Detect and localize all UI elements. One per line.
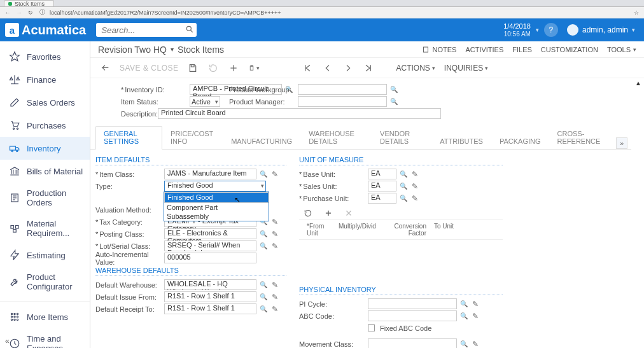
edit-icon[interactable]: ✎ [471,300,480,309]
sidebar-item-favorites[interactable]: Favorites [0,45,90,68]
edit-icon[interactable]: ✎ [270,281,279,289]
sidebar-item-mrp[interactable]: Material Requirem... [0,213,90,244]
refresh-button[interactable] [303,208,313,218]
search-input[interactable] [96,23,197,37]
search-icon[interactable]: 🔍 [459,312,468,321]
type-option[interactable]: Component Part [164,203,269,212]
help-button[interactable]: ? [544,23,558,37]
tab-attributes[interactable]: ATTRIBUTES [431,134,491,149]
product-manager-field[interactable] [298,96,387,107]
breadcrumb-screen[interactable]: Stock Items [178,45,224,55]
search-icon[interactable]: 🔍 [459,300,468,309]
edit-icon[interactable]: ✎ [270,293,279,302]
search-icon[interactable]: 🔍 [259,281,268,289]
lotserial-field[interactable]: SRSEQ - Serial# When Received, Iss [164,240,256,251]
sidebar-item-finance[interactable]: Finance [0,68,90,91]
purchunit-field[interactable]: EA [368,193,396,204]
search-icon[interactable]: 🔍 [389,85,398,94]
inquiries-menu[interactable]: INQUIRIES ▾ [444,64,488,73]
tab-crossref[interactable]: CROSS-REFERENCE [549,126,616,149]
search-icon[interactable] [185,25,194,36]
tab-price[interactable]: PRICE/COST INFO [162,126,223,149]
sidebar-item-production[interactable]: Production Orders [0,183,90,213]
customization-button[interactable]: CUSTOMIZATION [541,46,598,53]
edit-icon[interactable]: ✎ [410,182,419,191]
search-icon[interactable]: 🔍 [399,182,408,191]
tab-warehouse[interactable]: WAREHOUSE DETAILS [300,126,372,149]
tab-vendor[interactable]: VENDOR DETAILS [372,126,431,149]
abc-field[interactable] [368,310,457,321]
prev-button[interactable] [322,62,333,74]
issue-field[interactable]: R1S1 - Row 1 Shelf 1 [164,291,256,302]
receipt-field[interactable]: R1S1 - Row 1 Shelf 1 [164,303,256,314]
baseunit-field[interactable]: EA [368,169,396,179]
next-button[interactable] [342,62,354,74]
salesunit-field[interactable]: EA [368,181,396,191]
search-icon[interactable]: 🔍 [389,97,398,106]
breadcrumb-company[interactable]: Revision Two HQ [98,45,167,55]
forward-icon[interactable]: → [15,9,23,17]
movement-field[interactable] [368,338,457,348]
posting-field[interactable]: ELE - Electronics & Computers [164,228,256,239]
star-icon[interactable]: ☆ [633,9,640,17]
fixed-abc-checkbox[interactable] [368,324,375,331]
info-icon[interactable]: ⓘ [38,9,46,17]
search-icon[interactable]: 🔍 [259,170,268,179]
back-button[interactable] [99,62,111,74]
tab-manufacturing[interactable]: MANUFACTURING [223,134,300,149]
search-icon[interactable]: 🔍 [399,194,408,203]
edit-icon[interactable]: ✎ [270,305,279,314]
files-button[interactable]: FILES [512,46,532,53]
tab-packaging[interactable]: PACKAGING [491,134,549,149]
last-button[interactable] [363,62,374,74]
chevron-down-icon[interactable]: ▾ [536,27,539,33]
edit-icon[interactable]: ✎ [410,194,419,203]
tab-general[interactable]: GENERAL SETTINGS [95,126,162,150]
search-icon[interactable]: 🔍 [259,242,268,251]
sidebar-item-estimating[interactable]: Estimating [0,244,90,267]
edit-icon[interactable]: ✎ [270,170,279,179]
sidebar-item-bom[interactable]: Bills of Material [0,160,90,183]
item-class-field[interactable]: JAMS - Manufacture Item [164,169,256,179]
sidebar-item-time[interactable]: Time and Expenses [0,328,90,348]
search-icon[interactable]: 🔍 [259,230,268,239]
edit-icon[interactable]: ✎ [270,242,279,251]
autoincr-field[interactable]: 000005 [164,253,256,263]
sidebar-collapse-button[interactable]: « [5,337,10,345]
business-date[interactable]: 1/4/2018 10:56 AM [503,22,531,37]
new-button[interactable] [228,62,239,74]
save-close-button[interactable]: SAVE & CLOSE [120,64,178,73]
url-text[interactable]: localhost/AcumaticaMfgEd2017R2/Main?Scre… [50,10,629,16]
edit-icon[interactable]: ✎ [410,170,419,179]
activities-button[interactable]: ACTIVITIES [465,46,503,53]
back-icon[interactable]: ← [4,9,11,17]
user-menu[interactable]: admin, admin ▾ [563,24,639,36]
first-button[interactable] [302,62,313,74]
clipboard-button[interactable]: ▾ [248,62,260,74]
item-status-select[interactable]: Active▾ [190,96,220,107]
add-row-button[interactable] [323,208,333,218]
search-icon[interactable]: 🔍 [399,170,408,179]
tabs-overflow-button[interactable]: » [616,137,627,149]
defwh-field[interactable]: WHOLESALE - HQ Wholesale Wareh [164,279,256,290]
sidebar-item-purchases[interactable]: Purchases [0,114,90,137]
collapse-icon[interactable]: ▲ [635,80,641,87]
picycle-field[interactable] [368,298,457,309]
sidebar-item-sales-orders[interactable]: Sales Orders [0,91,90,114]
product-workgroup-field[interactable] [298,84,387,95]
search-icon[interactable]: 🔍 [459,340,468,349]
search-icon[interactable]: 🔍 [259,305,268,314]
search-icon[interactable]: 🔍 [259,293,268,302]
discard-button[interactable] [207,62,219,74]
edit-icon[interactable]: ✎ [270,230,279,239]
save-button[interactable] [187,62,199,74]
edit-icon[interactable]: ✎ [471,340,480,349]
sidebar-item-configurator[interactable]: Product Configurator [0,267,90,297]
brand-logo[interactable]: a Acumatica [5,23,86,38]
tools-button[interactable]: TOOLS ▾ [607,46,636,53]
type-option[interactable]: Finished Good [164,192,269,203]
actions-menu[interactable]: ACTIONS ▾ [396,64,435,73]
sidebar-item-inventory[interactable]: Inventory [0,137,90,160]
type-option[interactable]: Subassembly [164,212,269,221]
delete-button[interactable] [269,62,280,74]
